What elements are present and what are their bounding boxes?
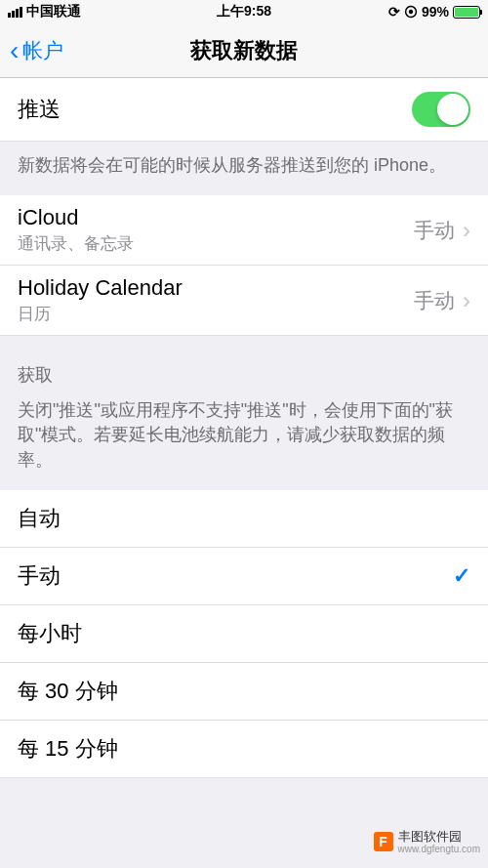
toggle-knob <box>437 94 468 125</box>
account-title: Holiday Calendar <box>18 275 414 301</box>
fetch-option-label: 每 15 分钟 <box>18 734 470 764</box>
account-title: iCloud <box>18 205 414 230</box>
watermark-url: www.dgfengtu.com <box>398 844 481 854</box>
fetch-option-30min[interactable]: 每 30 分钟 <box>0 663 488 721</box>
chevron-left-icon: ‹ <box>10 37 19 64</box>
navigation-bar: ‹ 帐户 获取新数据 <box>0 23 488 78</box>
battery-percentage: 99% <box>422 4 449 20</box>
battery-icon <box>453 6 480 19</box>
push-row[interactable]: 推送 <box>0 78 488 142</box>
fetch-option-label: 自动 <box>18 504 470 533</box>
account-value: 手动 <box>414 287 455 314</box>
push-section: 推送 <box>0 78 488 142</box>
checkmark-icon: ✓ <box>453 563 470 589</box>
fetch-option-label: 每小时 <box>18 619 470 648</box>
status-right: ⟳ ⦿ 99% <box>388 4 480 20</box>
push-toggle[interactable] <box>412 92 470 127</box>
page-title: 获取新数据 <box>190 36 298 65</box>
watermark: F 丰图软件园 www.dgfengtu.com <box>374 830 481 854</box>
signal-icon <box>8 7 22 18</box>
back-button[interactable]: ‹ 帐户 <box>10 37 63 64</box>
fetch-description: 关闭"推送"或应用程序不支持"推送"时，会使用下面的"获取"模式。若要延长电池续… <box>0 398 488 490</box>
accounts-section: iCloud 通讯录、备忘录 手动 › Holiday Calendar 日历 … <box>0 195 488 336</box>
carrier-label: 中国联通 <box>26 3 81 21</box>
fetch-option-15min[interactable]: 每 15 分钟 <box>0 721 488 778</box>
push-footer: 新数据将会在可能的时候从服务器推送到您的 iPhone。 <box>0 142 488 195</box>
status-time: 上午9:58 <box>217 3 271 21</box>
account-row-holiday[interactable]: Holiday Calendar 日历 手动 › <box>0 266 488 336</box>
watermark-title: 丰图软件园 <box>398 830 481 844</box>
status-bar: 中国联通 上午9:58 ⟳ ⦿ 99% <box>0 0 488 23</box>
fetch-header: 获取 <box>0 336 488 398</box>
account-row-icloud[interactable]: iCloud 通讯录、备忘录 手动 › <box>0 195 488 266</box>
push-label: 推送 <box>18 95 412 124</box>
fetch-option-auto[interactable]: 自动 <box>0 490 488 548</box>
fetch-option-label: 每 30 分钟 <box>18 677 470 706</box>
fetch-option-hourly[interactable]: 每小时 <box>0 605 488 663</box>
chevron-right-icon: › <box>463 287 470 314</box>
back-label: 帐户 <box>22 37 63 64</box>
fetch-options-section: 自动 手动 ✓ 每小时 每 30 分钟 每 15 分钟 <box>0 490 488 778</box>
orientation-lock-icon: ⟳ <box>388 4 400 20</box>
status-left: 中国联通 <box>8 3 81 21</box>
fetch-option-label: 手动 <box>18 561 453 591</box>
account-subtitle: 通讯录、备忘录 <box>18 232 414 255</box>
account-subtitle: 日历 <box>18 303 414 325</box>
chevron-right-icon: › <box>463 217 470 244</box>
fetch-option-manual[interactable]: 手动 ✓ <box>0 548 488 605</box>
account-value: 手动 <box>414 217 455 244</box>
alarm-icon: ⦿ <box>404 4 418 20</box>
watermark-logo-icon: F <box>374 832 393 851</box>
